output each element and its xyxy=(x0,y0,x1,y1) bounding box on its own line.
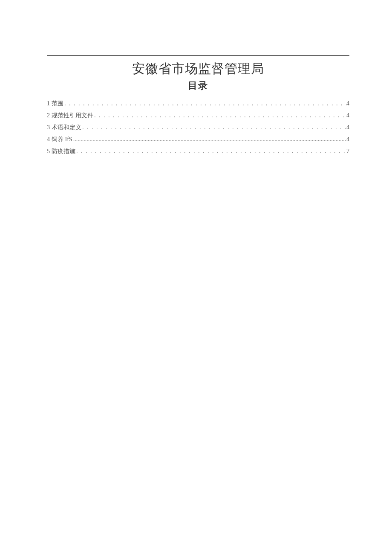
toc-page: 4 xyxy=(346,124,349,131)
toc-entry: 4 饲养 IfS 4 xyxy=(47,136,349,143)
toc-page: 4 xyxy=(346,100,349,107)
toc-text: 饲养 IfS xyxy=(52,136,72,143)
toc-page: 7 xyxy=(346,148,349,155)
toc-entry: 1 范围 4 xyxy=(47,100,349,108)
toc-entry: 3 术语和定义 4 xyxy=(47,124,349,131)
table-of-contents: 1 范围 4 2 规范性引用文件 4 3 术语和定义 4 4 饲养 IfS 4 … xyxy=(47,100,349,155)
toc-text: 范围 xyxy=(52,100,63,108)
toc-page: 4 xyxy=(346,136,349,143)
toc-number: 1 xyxy=(47,100,50,107)
toc-number: 5 xyxy=(47,148,50,155)
header-divider xyxy=(47,55,349,56)
page-title: 安徽省市场监督管理局 xyxy=(47,60,349,78)
toc-entry: 5 防疫措施 7 xyxy=(47,148,349,155)
toc-number: 3 xyxy=(47,124,50,131)
toc-page: 4 xyxy=(346,112,349,119)
page-subtitle: 目录 xyxy=(47,79,349,92)
toc-leader xyxy=(63,100,346,107)
document-page: 安徽省市场监督管理局 目录 1 范围 4 2 规范性引用文件 4 3 术语和定义… xyxy=(0,0,392,155)
toc-leader xyxy=(72,136,346,143)
toc-leader xyxy=(75,148,346,155)
toc-text: 防疫措施 xyxy=(52,148,75,155)
toc-text: 规范性引用文件 xyxy=(52,112,93,119)
toc-text: 术语和定义 xyxy=(52,124,81,131)
toc-number: 4 xyxy=(47,136,50,143)
toc-number: 2 xyxy=(47,112,50,119)
toc-leader xyxy=(93,112,346,119)
toc-entry: 2 规范性引用文件 4 xyxy=(47,112,349,119)
toc-leader xyxy=(81,124,346,131)
